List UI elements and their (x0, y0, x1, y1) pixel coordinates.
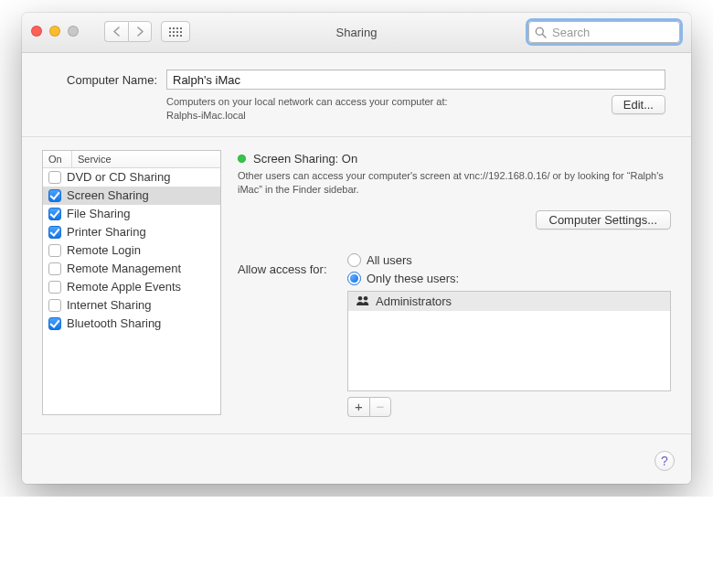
services-body[interactable]: DVD or CD SharingScreen SharingFile Shar… (43, 168, 220, 414)
allowed-user-label: Administrators (376, 294, 452, 308)
radio-all-users-label: All users (367, 253, 412, 267)
service-label: DVD or CD Sharing (67, 170, 170, 184)
service-row[interactable]: Remote Management (43, 260, 220, 278)
service-label: File Sharing (67, 207, 130, 220)
minimize-button[interactable] (49, 26, 60, 37)
toolbar-nav (104, 21, 190, 42)
radio-only-users-label: Only these users: (367, 272, 459, 285)
edit-hostname-button[interactable]: Edit... (612, 95, 665, 114)
access-label: Allow access for: (238, 262, 340, 276)
radio-only-users[interactable] (347, 272, 361, 285)
service-status-title: Screen Sharing: On (253, 152, 357, 166)
services-list: On Service DVD or CD SharingScreen Shari… (42, 150, 221, 415)
service-checkbox[interactable] (48, 244, 61, 257)
service-checkbox[interactable] (48, 226, 61, 239)
access-block: Allow access for: All users Only these u… (238, 253, 671, 417)
users-icon (356, 295, 370, 306)
help-button[interactable]: ? (654, 451, 675, 471)
computer-name-input[interactable] (166, 69, 665, 90)
service-label: Bluetooth Sharing (67, 316, 161, 330)
close-button[interactable] (31, 26, 42, 37)
service-checkbox[interactable] (48, 281, 61, 294)
status-indicator-icon (238, 155, 246, 163)
chevron-left-icon (112, 27, 121, 37)
allowed-users-list[interactable]: Administrators (347, 291, 671, 391)
service-label: Printer Sharing (67, 225, 146, 239)
computer-name-section: Computer Name: Computers on your local n… (22, 53, 691, 137)
computer-settings-button[interactable]: Computer Settings... (536, 210, 672, 230)
service-checkbox[interactable] (48, 262, 61, 275)
services-header-service: Service (72, 151, 220, 167)
svg-line-1 (542, 34, 546, 37)
service-label: Screen Sharing (67, 188, 149, 202)
search-wrap (528, 21, 680, 43)
search-icon (535, 27, 547, 38)
svg-point-2 (358, 296, 363, 301)
svg-point-3 (364, 296, 368, 301)
computer-name-hint: Computers on your local network can acce… (166, 95, 612, 123)
service-row[interactable]: Remote Login (43, 241, 220, 260)
search-input[interactable] (550, 25, 674, 40)
add-remove-users: + − (347, 397, 391, 417)
computer-name-label: Computer Name: (48, 73, 157, 87)
forward-button[interactable] (128, 21, 152, 42)
back-button[interactable] (104, 21, 128, 42)
service-label: Remote Apple Events (67, 280, 181, 294)
service-status-row: Screen Sharing: On (238, 152, 671, 166)
grid-icon (169, 27, 182, 37)
services-header: On Service (43, 151, 220, 168)
titlebar: Sharing (22, 13, 691, 53)
chevron-right-icon (136, 27, 144, 37)
service-status-desc: Other users can access your computer's s… (238, 169, 671, 198)
service-checkbox[interactable] (48, 189, 61, 202)
nav-back-forward (104, 21, 152, 42)
service-detail-pane: Screen Sharing: On Other users can acces… (238, 150, 671, 417)
add-user-button[interactable]: + (347, 397, 369, 417)
service-row[interactable]: Internet Sharing (43, 296, 220, 315)
main-section: On Service DVD or CD SharingScreen Shari… (22, 137, 691, 434)
preferences-window: Sharing Computer Name: Computers on your… (22, 13, 691, 484)
show-all-button[interactable] (161, 21, 190, 42)
zoom-button (68, 26, 79, 37)
service-row[interactable]: Bluetooth Sharing (43, 315, 220, 333)
window-controls (31, 26, 79, 37)
service-row[interactable]: File Sharing (43, 205, 220, 223)
service-row[interactable]: Printer Sharing (43, 223, 220, 241)
service-label: Remote Management (67, 262, 181, 275)
service-label: Remote Login (67, 243, 141, 257)
access-option-all[interactable]: All users (347, 253, 459, 267)
access-option-only[interactable]: Only these users: (347, 272, 459, 285)
service-label: Internet Sharing (67, 298, 152, 312)
service-checkbox[interactable] (48, 317, 61, 330)
service-checkbox[interactable] (48, 171, 61, 184)
service-row[interactable]: Remote Apple Events (43, 278, 220, 296)
services-header-on: On (43, 151, 72, 167)
service-row[interactable]: Screen Sharing (43, 187, 220, 205)
bottom-bar: ? (22, 434, 691, 484)
service-row[interactable]: DVD or CD Sharing (43, 168, 220, 187)
search-field[interactable] (528, 21, 680, 43)
service-checkbox[interactable] (48, 299, 61, 312)
allowed-user-row[interactable]: Administrators (348, 292, 670, 311)
service-checkbox[interactable] (48, 208, 61, 220)
remove-user-button: − (369, 397, 391, 417)
radio-all-users[interactable] (347, 253, 361, 267)
